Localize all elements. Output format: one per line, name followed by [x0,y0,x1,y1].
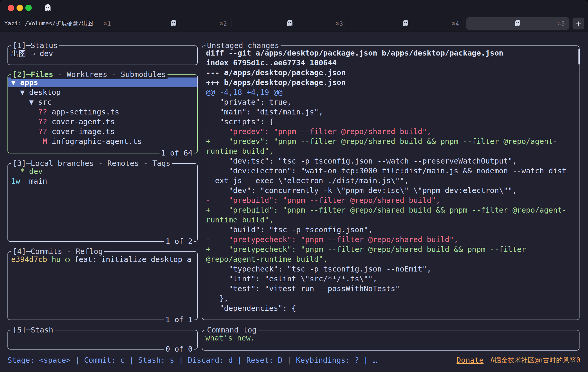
diff-line[interactable]: }, [206,293,568,303]
tree-indent [11,107,38,116]
file-tree-row[interactable]: ▼ src [8,97,197,107]
collapse-arrow-icon: ▼ [11,78,20,87]
diff-line[interactable]: - "pretypecheck": "pnpm --filter @repo/s… [206,235,568,244]
status-panel[interactable]: [1]─Status 出图 → dev [7,45,198,65]
tab-2[interactable]: ⌘2 [116,15,232,32]
commit-graph-icon: ○ [65,255,70,264]
diff-line[interactable]: --- a/apps/desktop/package.json [206,68,568,78]
diff-line[interactable]: "main": "dist/main.js", [206,107,568,117]
diff-line[interactable]: "lint": "eslint \"src/**/*.ts\"", [206,274,568,284]
item-counter: 1 of 1 [164,315,194,324]
tab-shortcut: ⌘4 [452,20,459,27]
panel-title: [2]─Files - Worktrees - Submodules [11,69,168,79]
diff-line[interactable]: "build": "tsc -p tsconfig.json", [206,225,568,235]
tab-shortcut: ⌘2 [220,20,227,27]
tab-1[interactable]: Yazi: /Volumes/扩展硬盘/出图 ⌘1 [0,15,116,32]
tree-indent [11,127,38,136]
zoom-button[interactable] [25,5,32,11]
files-panel[interactable]: [2]─Files - Worktrees - Submodules ▼ app… [7,74,198,153]
branch-name: dev [29,167,43,176]
branch-recency [11,167,20,176]
command-log-line: what's new. [202,333,579,343]
ghost-icon [170,19,178,28]
tab-label: Yazi: /Volumes/扩展硬盘/出图 [4,20,111,27]
diff-panel[interactable]: Unstaged changes diff --git a/apps/deskt… [202,45,579,320]
commit-message: feat: initialize desktop a [74,255,191,264]
diff-line[interactable]: "dev": "concurrently -k \"pnpm dev:tsc\"… [206,185,568,195]
keybindings-bar: Stage: <space> | Commit: c | Stash: s | … [7,355,580,365]
panel-title-tabs: - Worktrees - Submodules [53,70,166,79]
tab-4[interactable]: ⌘4 [348,15,464,32]
item-counter: 1 of 2 [164,236,194,246]
item-counter: 0 of 0 [164,344,194,354]
file-tree-row[interactable]: M infographic-agent.ts [8,136,197,146]
diff-line[interactable]: "dependencies": { [206,303,568,313]
collapse-arrow-icon: ▼ [20,88,29,97]
donate-link[interactable]: Donate [457,355,484,365]
branches-panel[interactable]: [3]─Local branches - Remotes - Tags * de… [7,163,198,242]
tab-bar: Yazi: /Volumes/扩展硬盘/出图 ⌘1 ⌘2 ⌘3 ⌘4 ⌘5 + [0,16,588,32]
commits-panel[interactable]: [4]─Commits - Reflog e394d7cb hu ○ feat:… [7,251,198,320]
scrollbar-thumb[interactable] [578,49,580,65]
diff-line[interactable]: - "prebuild": "pnpm --filter @repo/share… [206,195,568,205]
file-tree-row[interactable]: ?? app-settings.ts [8,107,197,117]
ghost-icon [402,19,410,28]
diff-content: diff --git a/apps/desktop/package.json b… [202,46,568,313]
panel-title: [1]─Status [11,41,59,50]
diff-line[interactable]: + "prebuild": "pnpm --filter @repo/share… [206,205,568,225]
panel-title: Unstaged changes [205,41,281,50]
branch-name: main [29,177,47,185]
diff-line[interactable]: + "pretypecheck": "pnpm --filter @repo/s… [206,244,568,264]
command-log-panel[interactable]: Command log what's new. [202,330,579,351]
dir-name: apps [20,78,38,87]
diff-line[interactable]: "scripts": { [206,117,568,127]
new-tab-button[interactable]: + [573,18,584,29]
file-status-mark: M [43,137,52,146]
diff-line[interactable]: + "predev": "pnpm --filter @repo/shared … [206,136,568,156]
keybinding-hints: Stage: <space> | Commit: c | Stash: s | … [7,355,377,365]
file-tree-row[interactable]: ?? cover-agent.ts [8,117,197,127]
diff-line[interactable]: @@ -4,18 +4,19 @@ [206,87,568,97]
diff-line[interactable]: "dev:tsc": "tsc -p tsconfig.json --watch… [206,156,568,166]
diff-line[interactable]: index 6795d1c..ee67734 100644 [206,58,568,68]
file-tree-row[interactable]: ?? cover-image.ts [8,127,197,136]
ghost-icon [286,19,294,28]
watermark-text: A掘金技术社区@n古时的风筝0 [490,355,580,365]
diff-line[interactable]: - "predev": "pnpm --filter @repo/shared … [206,127,568,136]
tab-3[interactable]: ⌘3 [232,15,348,32]
file-name: cover-image.ts [52,127,115,136]
titlebar [0,0,588,16]
tree-indent [11,117,38,126]
branch-recency: 1w [11,177,20,185]
file-tree-row[interactable]: ▼ desktop [8,87,197,97]
tree-indent [11,98,29,106]
file-status-mark: ?? [38,107,52,116]
file-name: infographic-agent.ts [52,137,142,146]
commit-author: hu [52,255,61,264]
scrollbar-thumb[interactable] [197,76,198,88]
diff-line[interactable]: "typecheck": "tsc -p tsconfig.json --noE… [206,264,568,274]
panel-title: [5]─Stash [11,325,55,335]
file-status-mark: ?? [38,117,52,126]
commit-hash: e394d7cb [11,255,47,264]
tab-shortcut: ⌘3 [336,20,343,27]
panel-title-active: [2]─Files [13,70,53,79]
diff-line[interactable]: "test": "vitest run --passWithNoTests" [206,284,568,293]
diff-line[interactable]: "private": true, [206,97,568,107]
item-counter: 1 of 64 [160,148,194,158]
panel-title: Command log [205,325,258,335]
tab-shortcut: ⌘5 [558,20,565,27]
tab-5-active[interactable]: ⌘5 [466,17,569,30]
file-name: app-settings.ts [52,107,119,116]
diff-line[interactable]: "dev:electron": "wait-on tcp:3000 file:d… [206,166,568,185]
diff-line[interactable]: +++ b/apps/desktop/package.json [206,78,568,87]
panel-title: [4]─Commits - Reflog [11,246,104,256]
collapse-arrow-icon: ▼ [29,98,38,106]
terminal-window: Yazi: /Volumes/扩展硬盘/出图 ⌘1 ⌘2 ⌘3 ⌘4 ⌘5 + … [0,0,588,372]
close-button[interactable] [8,5,14,11]
stash-panel[interactable]: [5]─Stash 0 of 0 [7,330,198,350]
tab-shortcut: ⌘1 [104,20,111,27]
branch-row[interactable]: 1w main [8,176,197,186]
minimize-button[interactable] [17,5,23,11]
file-status-mark: ?? [38,127,52,136]
